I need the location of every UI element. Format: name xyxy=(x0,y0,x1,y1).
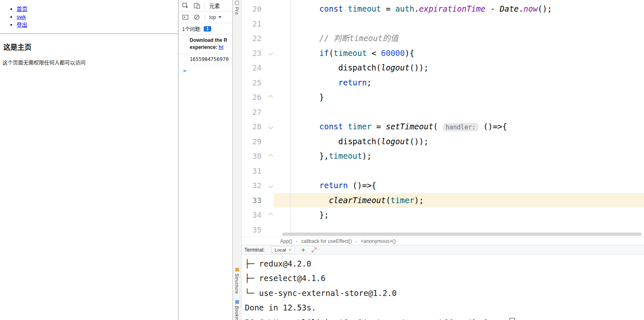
fold-gutter xyxy=(267,223,274,237)
fold-start-icon[interactable] xyxy=(267,178,274,193)
code-text: const timer = setTimeout( handler: ()=>{ xyxy=(274,119,644,134)
tool-tab-structure[interactable]: Structure xyxy=(233,268,241,294)
line-number[interactable]: 29 xyxy=(242,134,267,149)
device-toolbar-icon[interactable] xyxy=(193,2,200,10)
code-token-vr: auth xyxy=(395,4,415,13)
code-token-vr: timer xyxy=(348,122,371,131)
inspect-icon[interactable] xyxy=(181,2,189,10)
line-number[interactable]: 27 xyxy=(242,105,267,120)
code-token-pl: . xyxy=(414,4,419,13)
code-token-cls: Date xyxy=(500,4,519,13)
tool-window-stripe: Pro Structure Bookmarks xyxy=(233,0,242,320)
structure-icon xyxy=(235,268,239,272)
new-terminal-button[interactable]: + xyxy=(301,246,305,253)
code-token-gfn: logout xyxy=(381,137,410,146)
nav-link[interactable]: 登出 xyxy=(17,22,27,28)
terminal-line: ├─ reselect@4.1.6 xyxy=(245,271,644,286)
line-number[interactable]: 34 xyxy=(242,208,267,223)
nav-link[interactable]: 首页 xyxy=(17,6,27,12)
tab-elements[interactable]: 元素 xyxy=(209,2,220,10)
terminal-output[interactable]: ├─ redux@4.2.0├─ reselect@4.1.6└─ use-sy… xyxy=(242,255,644,320)
code-line-34[interactable]: 34 }; xyxy=(242,208,644,223)
code-text: if(timeout < 60000){ xyxy=(274,46,644,61)
line-number[interactable]: 35 xyxy=(242,223,267,237)
frame-selector[interactable]: top xyxy=(209,15,222,20)
breadcrumb-item[interactable]: <anonymous>() xyxy=(361,238,396,244)
line-number[interactable]: 31 xyxy=(242,164,267,179)
code-token-gfn: logout xyxy=(381,63,410,72)
line-number[interactable]: 24 xyxy=(242,61,267,75)
code-token-pl: dispatch( xyxy=(338,63,381,72)
code-token-pl: ( xyxy=(329,48,333,58)
horizontal-scrollbar[interactable] xyxy=(282,233,642,236)
line-number[interactable]: 32 xyxy=(242,178,267,193)
code-token-vr: timeout xyxy=(329,151,362,160)
code-text: dispatch(logout()); xyxy=(274,134,644,149)
code-line-27[interactable]: 27 xyxy=(242,105,644,120)
line-number[interactable]: 28 xyxy=(242,119,267,134)
chevron-down-icon xyxy=(218,16,222,18)
fold-end-icon[interactable] xyxy=(267,208,274,223)
code-line-32[interactable]: 32 return ()=>{ xyxy=(242,178,644,193)
code-token-kw: return xyxy=(338,78,367,87)
code-line-22[interactable]: 22 // 判断timeout的值 xyxy=(242,31,644,46)
line-number[interactable]: 23 xyxy=(242,46,267,61)
code-line-25[interactable]: 25 return; xyxy=(242,75,644,90)
toolbar-divider xyxy=(205,2,205,9)
code-token-vr: timeout xyxy=(348,4,381,13)
close-icon[interactable]: × xyxy=(288,247,291,253)
tool-tab-bookmarks[interactable]: Bookmarks xyxy=(233,300,241,320)
tool-tab-structure-label: Structure xyxy=(234,274,239,294)
line-number[interactable]: 20 xyxy=(242,2,267,17)
code-line-26[interactable]: 26 } xyxy=(242,90,644,105)
console-link[interactable]: ht xyxy=(219,44,223,50)
code-line-28[interactable]: 28 const timer = setTimeout( handler: ()… xyxy=(242,119,644,134)
fold-start-icon[interactable] xyxy=(267,46,274,61)
nav-link[interactable]: swk xyxy=(17,14,26,20)
fold-start-icon[interactable] xyxy=(267,119,274,134)
tool-tab-project[interactable]: Pro xyxy=(233,1,241,15)
line-number[interactable]: 33 xyxy=(242,193,267,208)
issues-bar[interactable]: 1个问题: 1 xyxy=(179,23,232,34)
code-text: } xyxy=(274,90,644,105)
line-number[interactable]: 21 xyxy=(242,17,267,32)
code-token-gfn: clearTimeout xyxy=(329,196,385,205)
code-line-21[interactable]: 21 xyxy=(242,17,644,32)
console-prompt[interactable]: > xyxy=(179,65,232,76)
terminal-cursor xyxy=(510,318,515,320)
code-line-20[interactable]: 20 const timeout = auth.expirationTime -… xyxy=(242,2,644,17)
breadcrumb-item[interactable]: callback for useEffect() xyxy=(301,238,352,244)
code-token-kw: const xyxy=(320,122,343,131)
terminal-line: ├─ redux@4.2.0 xyxy=(245,257,644,271)
code-line-33[interactable]: 33 clearTimeout(timer); xyxy=(242,193,644,208)
line-number[interactable]: 25 xyxy=(242,75,267,90)
code-line-23[interactable]: 23 if(timeout < 60000){ xyxy=(242,46,644,61)
code-line-30[interactable]: 30 },timeout); xyxy=(242,149,644,164)
terminal-tab-local[interactable]: Local × xyxy=(271,246,295,254)
line-number[interactable]: 26 xyxy=(242,90,267,105)
fold-end-icon[interactable] xyxy=(267,90,274,105)
breadcrumb-item[interactable]: App() xyxy=(280,238,292,244)
nav-list: 首页swk登出 xyxy=(0,5,178,29)
line-number[interactable]: 30 xyxy=(242,149,267,164)
code-text: },timeout); xyxy=(274,149,644,164)
nav-item: 登出 xyxy=(17,21,178,29)
screenshot-root: 首页swk登出 这是主页 这个页面无需权限任何人都可以访问 元素 to xyxy=(0,0,644,320)
code-line-24[interactable]: 24 dispatch(logout()); xyxy=(242,61,644,75)
clear-console-icon[interactable] xyxy=(193,14,200,21)
code-line-29[interactable]: 29 dispatch(logout()); xyxy=(242,134,644,149)
code-text: // 判断timeout的值 xyxy=(274,31,644,46)
issues-label: 1个问题: xyxy=(182,25,201,32)
code-editor[interactable]: 20 const timeout = auth.expirationTime -… xyxy=(242,0,644,237)
fold-gutter xyxy=(267,2,274,17)
code-token-pl: }; xyxy=(320,210,329,219)
code-line-31[interactable]: 31 xyxy=(242,164,644,179)
console-log-entry: 1655984756970 xyxy=(179,54,232,65)
line-number[interactable]: 22 xyxy=(242,31,267,46)
bookmarks-icon xyxy=(235,300,239,304)
expand-icon[interactable] xyxy=(312,247,317,252)
project-icon xyxy=(235,1,239,5)
fold-end-icon[interactable] xyxy=(267,149,274,164)
console-sidebar-icon[interactable] xyxy=(181,14,189,21)
tool-tab-project-label: Pro xyxy=(234,7,239,15)
